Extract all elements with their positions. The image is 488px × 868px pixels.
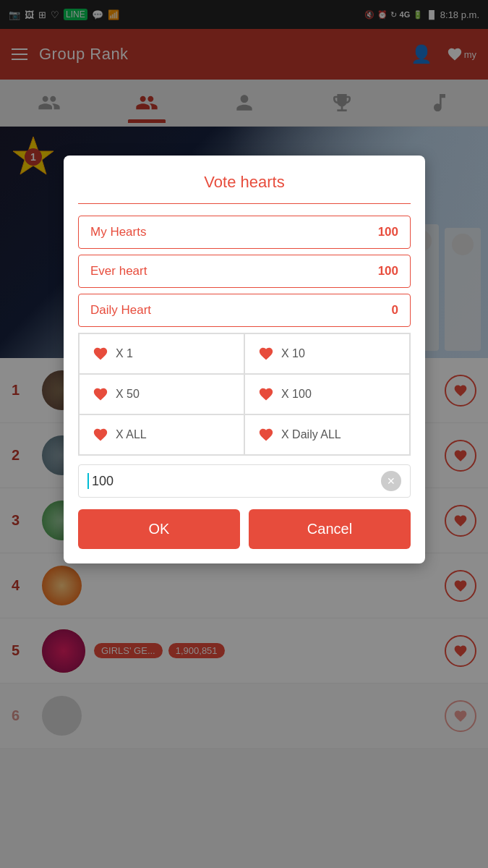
vote-option-x10[interactable]: X 10 — [244, 333, 410, 374]
dialog-title: Vote hearts — [78, 173, 411, 192]
vote-input-row[interactable]: 100 ✕ — [78, 464, 411, 498]
vote-label-x100: X 100 — [281, 388, 312, 401]
vote-options-grid: X 1 X 10 X 50 X 100 X ALL X Daily ALL — [78, 333, 411, 456]
vote-label-xdailyall: X Daily ALL — [281, 428, 341, 441]
my-hearts-value: 100 — [378, 225, 398, 239]
vote-input[interactable]: 100 — [92, 474, 381, 489]
ok-button[interactable]: OK — [78, 509, 240, 549]
vote-option-x100[interactable]: X 100 — [244, 374, 410, 414]
daily-heart-row: Daily Heart 0 — [78, 294, 411, 327]
vote-label-x10: X 10 — [281, 347, 305, 360]
vote-dialog: Vote hearts My Hearts 100 Ever heart 100… — [64, 156, 425, 563]
vote-label-xall: X ALL — [116, 428, 147, 441]
ever-heart-value: 100 — [378, 264, 398, 278]
clear-input-button[interactable]: ✕ — [381, 471, 401, 491]
vote-option-xdailyall[interactable]: X Daily ALL — [244, 414, 410, 455]
dialog-divider — [78, 203, 411, 204]
my-hearts-label: My Hearts — [90, 225, 146, 239]
vote-label-x1: X 1 — [116, 347, 133, 360]
vote-option-xall[interactable]: X ALL — [79, 414, 244, 455]
vote-label-x50: X 50 — [116, 388, 140, 401]
daily-heart-label: Daily Heart — [90, 303, 151, 318]
text-cursor — [87, 473, 89, 489]
daily-heart-value: 0 — [392, 303, 398, 318]
dialog-actions: OK Cancel — [78, 509, 411, 549]
my-hearts-row: My Hearts 100 — [78, 216, 411, 249]
ever-heart-row: Ever heart 100 — [78, 255, 411, 288]
vote-option-x50[interactable]: X 50 — [79, 374, 244, 414]
vote-option-x1[interactable]: X 1 — [79, 333, 244, 374]
cancel-button[interactable]: Cancel — [249, 509, 411, 549]
ever-heart-label: Ever heart — [90, 264, 147, 278]
